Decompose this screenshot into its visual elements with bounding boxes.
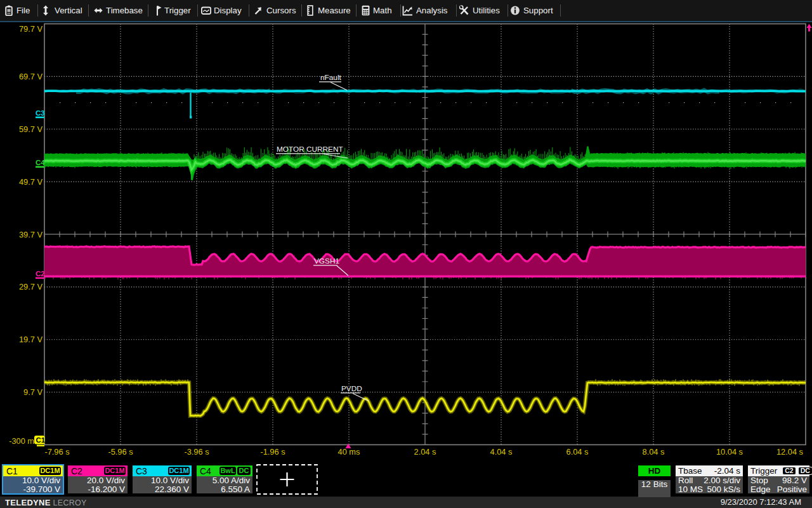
- svg-text:-5.96 s: -5.96 s: [108, 447, 133, 457]
- svg-text:9.7 V: 9.7 V: [23, 387, 43, 397]
- svg-text:6.04 s: 6.04 s: [566, 447, 589, 457]
- svg-text:49.7 V: 49.7 V: [19, 177, 43, 187]
- svg-text:79.7 V: 79.7 V: [19, 24, 43, 34]
- svg-text:-300 m: -300 m: [9, 436, 34, 446]
- svg-text:69.7 V: 69.7 V: [19, 72, 43, 81]
- svg-text:-3.96 s: -3.96 s: [184, 447, 209, 457]
- svg-text:2.04 s: 2.04 s: [414, 447, 436, 457]
- svg-text:-7.96 s: -7.96 s: [44, 447, 69, 457]
- svg-text:C2: C2: [36, 270, 45, 277]
- svg-text:10.04 s: 10.04 s: [716, 447, 743, 457]
- svg-text:39.7 V: 39.7 V: [19, 230, 43, 239]
- svg-text:4.04 s: 4.04 s: [490, 447, 513, 457]
- svg-text:nFault: nFault: [320, 73, 342, 82]
- svg-text:C1: C1: [36, 436, 46, 444]
- svg-text:MOTOR CURRENT: MOTOR CURRENT: [277, 145, 343, 154]
- svg-text:19.7 V: 19.7 V: [19, 335, 43, 344]
- svg-text:C3: C3: [36, 109, 45, 117]
- svg-text:12.04 s: 12.04 s: [776, 447, 803, 457]
- svg-text:59.7 V: 59.7 V: [19, 124, 43, 134]
- svg-text:PVDD: PVDD: [341, 384, 362, 393]
- svg-text:29.7 V: 29.7 V: [19, 282, 43, 291]
- svg-text:VGSH1: VGSH1: [314, 257, 339, 265]
- svg-text:-1.96 s: -1.96 s: [260, 447, 285, 457]
- svg-text:8.04 s: 8.04 s: [643, 447, 665, 457]
- svg-text:C4: C4: [36, 159, 45, 166]
